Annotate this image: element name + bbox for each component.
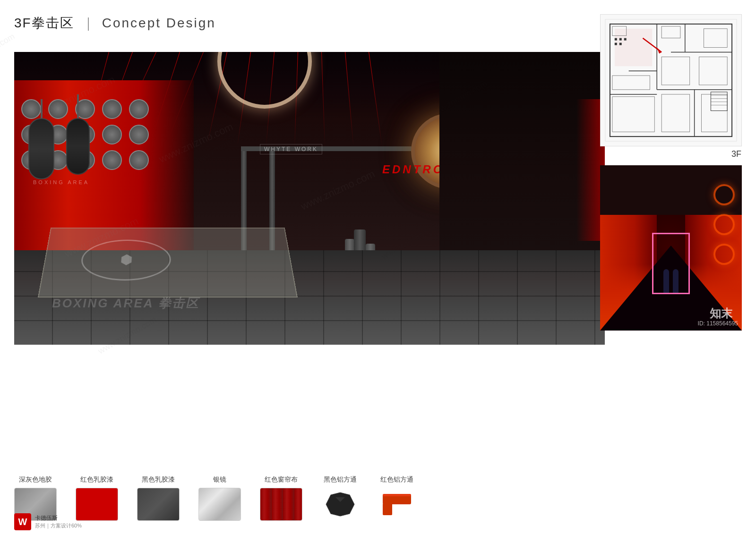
swatch-3 [137,488,180,521]
svg-rect-21 [699,57,728,85]
material-label-5: 红色窗帘布 [265,476,298,484]
svg-rect-20 [662,57,690,85]
whyte-text: WHYTE WORK [260,144,322,154]
svg-rect-30 [615,38,617,41]
material-label-1: 深灰色地胶 [19,476,52,484]
material-silver: 银镜 [198,476,241,521]
boxing-mat: ⬢ [38,228,298,297]
material-label-7: 红色铝方通 [380,476,413,484]
svg-rect-33 [615,43,617,45]
material-red-curtain: 红色窗帘布 [260,476,302,521]
page-header: 3F拳击区 ｜ Concept Design [14,14,216,32]
floor-text: BOXING AREA 拳击区 [52,295,199,312]
svg-rect-34 [619,43,622,45]
material-black-profile: 黑色铝方通 [321,476,359,521]
boxing-bag-left [28,99,54,179]
svg-rect-23 [662,94,690,132]
swatch-7 [378,488,416,521]
main-render: BOXING AREA [14,52,605,345]
english-title: Concept Design [102,16,216,31]
floor-plan-drawing [601,15,741,146]
material-label-2: 红色乳胶漆 [80,476,113,484]
svg-rect-24 [702,94,728,132]
gym-interior: BOXING AREA [14,52,605,345]
boxing-bag-right [66,94,90,175]
footer-logo: W 卡德伍斯 苏州｜方案设计60% [14,513,82,530]
material-label-4: 银镜 [213,476,226,484]
svg-marker-15 [657,48,662,54]
company-detail: 苏州｜方案设计60% [35,522,82,529]
material-red-profile: 红色铝方通 [378,476,416,521]
swatch-6 [321,488,359,521]
swatch-2 [76,488,118,521]
svg-rect-18 [704,29,728,48]
material-label-6: 黑色铝方通 [324,476,357,484]
divider: ｜ [82,14,94,32]
floor-plan: 3F [600,14,742,146]
zhimo-watermark: 知末 [710,306,732,321]
svg-rect-22 [612,97,654,132]
svg-rect-25 [711,92,727,111]
material-black-paint: 黑色乳胶漆 [137,476,180,521]
svg-rect-3 [383,503,392,515]
material-red-paint: 红色乳胶漆 [76,476,118,521]
logo-letter: W [18,517,27,527]
swatch-5 [260,488,302,521]
chinese-title: 3F拳击区 [14,14,74,32]
swatch-4 [198,488,241,521]
svg-rect-32 [624,38,627,41]
svg-rect-31 [619,38,622,41]
silhouette-1 [663,269,669,293]
boxing-area-wall-text: BOXING AREA [33,179,89,185]
atmosphere-inner: 知末 ID: 1158564595 [600,165,742,331]
logo-box: W [14,513,31,530]
svg-marker-0 [326,493,354,516]
id-label: ID: 1158564595 [698,320,738,327]
footer-company-info: 卡德伍斯 苏州｜方案设计60% [35,514,82,529]
svg-rect-19 [612,76,650,90]
svg-rect-4 [383,494,411,496]
atmosphere-photo: 知末 ID: 1158564595 [600,165,742,331]
silhouettes [659,255,683,293]
material-label-3: 黑色乳胶漆 [142,476,175,484]
company-chinese: 卡德伍斯 [35,514,82,522]
floor-plan-svg [601,15,741,146]
floor-plan-label: 3F [731,149,741,159]
silhouette-2 [673,269,679,293]
svg-rect-17 [662,26,680,38]
